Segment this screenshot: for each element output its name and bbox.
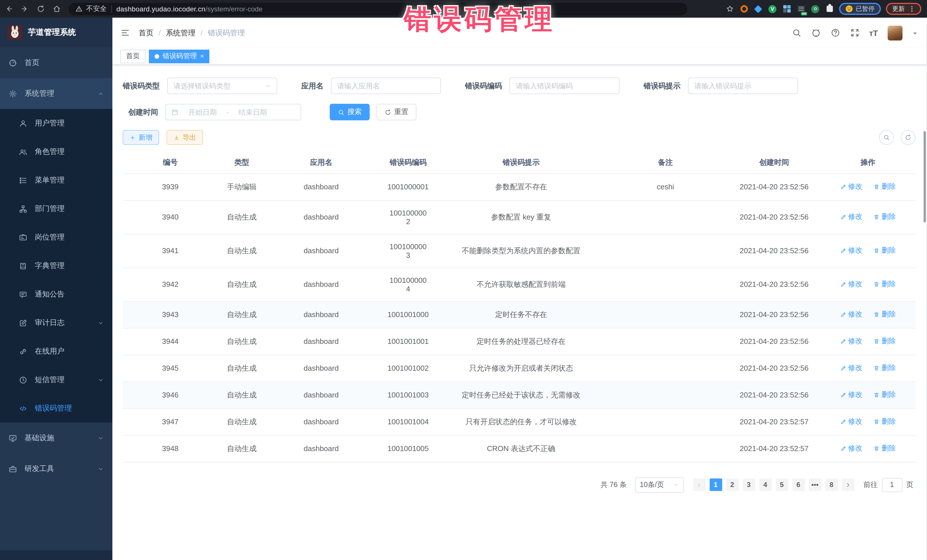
page-button[interactable]: 2 bbox=[726, 478, 739, 491]
extension-ublock-icon[interactable] bbox=[739, 4, 748, 14]
reset-button[interactable]: 重置 bbox=[377, 104, 416, 120]
back-icon[interactable] bbox=[5, 5, 13, 13]
cell-time: 2021-04-20 23:52:56 bbox=[740, 182, 808, 191]
page-button[interactable]: 4 bbox=[759, 478, 772, 491]
page-button[interactable]: 6 bbox=[792, 478, 805, 491]
id-badge-icon bbox=[19, 233, 27, 241]
page-button[interactable]: 8 bbox=[825, 478, 838, 491]
reload-icon[interactable] bbox=[36, 5, 45, 13]
extension-key-icon[interactable] bbox=[811, 4, 820, 14]
refresh-table-button[interactable] bbox=[901, 130, 916, 145]
font-size-icon[interactable]: тT bbox=[869, 28, 878, 37]
forward-icon[interactable] bbox=[21, 5, 29, 13]
extension-puzzle-icon[interactable] bbox=[825, 4, 834, 14]
delete-link[interactable]: 删除 bbox=[874, 363, 896, 373]
app-name-input[interactable] bbox=[331, 77, 441, 94]
home-icon[interactable] bbox=[53, 5, 61, 13]
edit-link[interactable]: 修改 bbox=[840, 279, 862, 289]
sidebar-item-label: 角色管理 bbox=[35, 147, 64, 157]
sidebar-item-sms[interactable]: 短信管理 bbox=[0, 366, 112, 394]
search-icon[interactable] bbox=[792, 28, 801, 38]
sidebar-item-home[interactable]: 首页 bbox=[0, 47, 112, 78]
delete-link[interactable]: 删除 bbox=[874, 246, 896, 255]
delete-link[interactable]: 删除 bbox=[874, 417, 896, 426]
sidebar-item-posts[interactable]: 岗位管理 bbox=[0, 223, 112, 252]
pencil-icon bbox=[840, 392, 846, 398]
error-msg-input[interactable] bbox=[688, 77, 798, 94]
edit-link[interactable]: 修改 bbox=[840, 444, 862, 453]
add-button[interactable]: 新增 bbox=[123, 130, 159, 145]
sidebar-item-departments[interactable]: 部门管理 bbox=[0, 194, 112, 223]
delete-link[interactable]: 删除 bbox=[874, 390, 896, 400]
avatar[interactable] bbox=[887, 25, 903, 40]
sidebar-item-dictionary[interactable]: 字典管理 bbox=[0, 252, 112, 280]
tab-home[interactable]: 首页 bbox=[120, 49, 146, 63]
logo-row[interactable]: 芋道管理系统 bbox=[0, 18, 112, 47]
prev-page-button[interactable] bbox=[693, 478, 705, 491]
date-range-picker[interactable]: - bbox=[166, 104, 301, 120]
edit-link[interactable]: 修改 bbox=[840, 417, 862, 426]
security-indicator[interactable]: 不安全 bbox=[75, 4, 107, 14]
next-page-button[interactable] bbox=[842, 478, 854, 491]
caret-down-icon[interactable] bbox=[912, 28, 918, 38]
edit-link[interactable]: 修改 bbox=[840, 310, 862, 319]
edit-link[interactable]: 修改 bbox=[840, 246, 862, 255]
hamburger-icon[interactable] bbox=[120, 28, 130, 38]
breadcrumb-system[interactable]: 系统管理 bbox=[166, 28, 195, 38]
address-bar[interactable]: 不安全 dashboard.yudao.iocoder.cn/system/er… bbox=[68, 3, 687, 15]
sidebar-item-dev-tools[interactable]: 研发工具 bbox=[0, 453, 112, 484]
chevron-down-icon bbox=[97, 320, 104, 326]
update-chip[interactable]: 更新 ⋮ bbox=[886, 3, 921, 15]
search-button[interactable]: 搜索 bbox=[330, 104, 370, 120]
edit-link[interactable]: 修改 bbox=[840, 212, 862, 222]
extension-gem-icon[interactable] bbox=[754, 4, 763, 14]
profile-chip[interactable]: 已暂停 bbox=[839, 3, 881, 15]
edit-link[interactable]: 修改 bbox=[840, 337, 862, 346]
delete-link[interactable]: 删除 bbox=[874, 310, 896, 319]
sidebar-item-notices[interactable]: 通知公告 bbox=[0, 280, 112, 308]
error-type-select[interactable] bbox=[167, 77, 277, 94]
scrollbar-thumb[interactable] bbox=[924, 131, 926, 222]
bookmark-star-icon[interactable] bbox=[726, 5, 734, 13]
extension-switch-icon[interactable]: on bbox=[796, 4, 805, 14]
delete-link[interactable]: 删除 bbox=[874, 182, 896, 191]
browser-menu-icon[interactable]: ⋮ bbox=[909, 5, 915, 12]
page-button[interactable]: 5 bbox=[775, 478, 788, 491]
edit-link[interactable]: 修改 bbox=[840, 182, 862, 191]
help-icon[interactable] bbox=[830, 28, 840, 38]
breadcrumb-home[interactable]: 首页 bbox=[138, 28, 153, 38]
cell-app: dashboard bbox=[304, 337, 339, 346]
toggle-search-button[interactable] bbox=[879, 130, 894, 145]
cell-id: 3947 bbox=[162, 417, 179, 426]
fullscreen-icon[interactable] bbox=[850, 28, 859, 38]
page-button[interactable]: 1 bbox=[710, 478, 722, 491]
export-button[interactable]: 导出 bbox=[167, 130, 203, 145]
tab-close-icon[interactable]: × bbox=[200, 53, 204, 59]
sidebar-item-audit-log[interactable]: 审计日志 bbox=[0, 308, 112, 337]
page-ellipsis[interactable]: ••• bbox=[808, 478, 821, 491]
delete-link[interactable]: 删除 bbox=[874, 444, 896, 453]
goto-page-input[interactable] bbox=[881, 478, 902, 492]
sidebar-item-menus[interactable]: 菜单管理 bbox=[0, 166, 112, 194]
extension-grid-icon[interactable] bbox=[782, 4, 791, 14]
sidebar-item-users[interactable]: 用户管理 bbox=[0, 109, 112, 137]
page-size-select[interactable]: 10条/页 bbox=[635, 477, 684, 492]
delete-link[interactable]: 删除 bbox=[874, 337, 896, 346]
page-button[interactable]: 3 bbox=[742, 478, 755, 491]
extension-v-icon[interactable]: V bbox=[768, 4, 777, 14]
start-date-input[interactable] bbox=[182, 108, 223, 116]
github-icon[interactable] bbox=[811, 28, 821, 38]
tab-error-code[interactable]: 错误码管理 × bbox=[149, 49, 210, 63]
sidebar-item-roles[interactable]: 角色管理 bbox=[0, 137, 112, 166]
sidebar-item-system[interactable]: 系统管理 bbox=[0, 78, 112, 109]
sidebar-item-error-code[interactable]: 错误码管理 bbox=[0, 394, 112, 423]
delete-link[interactable]: 删除 bbox=[874, 279, 896, 289]
error-type-select-input[interactable] bbox=[173, 82, 259, 90]
delete-link[interactable]: 删除 bbox=[874, 212, 896, 222]
edit-link[interactable]: 修改 bbox=[840, 390, 862, 400]
edit-link[interactable]: 修改 bbox=[840, 363, 862, 373]
end-date-input[interactable] bbox=[232, 108, 273, 116]
error-code-input[interactable] bbox=[509, 77, 620, 94]
sidebar-item-online-users[interactable]: 在线用户 bbox=[0, 337, 112, 366]
sidebar-item-infrastructure[interactable]: 基础设施 bbox=[0, 423, 112, 453]
